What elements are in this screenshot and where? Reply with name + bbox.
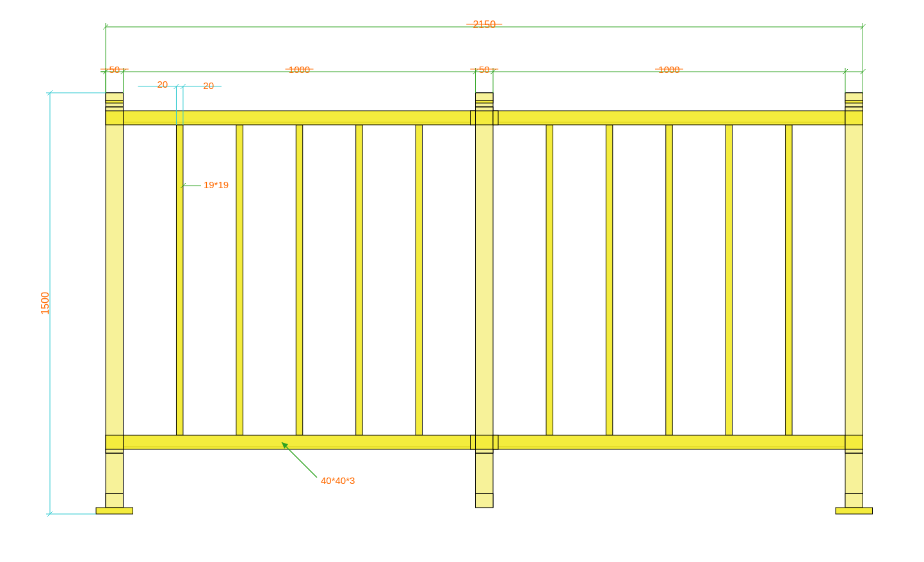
svg-rect-3 <box>356 125 362 435</box>
svg-rect-9 <box>786 125 792 435</box>
callout-rail-section: 40*40*3 <box>321 475 355 486</box>
dim-total-width: 2150 <box>473 19 496 30</box>
svg-rect-27 <box>476 93 494 100</box>
svg-rect-48 <box>836 508 873 514</box>
svg-rect-49 <box>471 111 476 125</box>
svg-rect-21 <box>106 449 124 453</box>
svg-rect-32 <box>476 435 494 449</box>
svg-rect-1 <box>236 125 243 435</box>
svg-rect-16 <box>106 100 124 103</box>
svg-rect-44 <box>845 449 863 453</box>
svg-rect-25 <box>96 508 133 514</box>
dim-bar-width: 20 <box>157 79 168 90</box>
svg-rect-29 <box>476 111 494 125</box>
dim-bar-20: 20 <box>203 80 214 91</box>
svg-rect-50 <box>493 111 498 125</box>
svg-rect-51 <box>471 435 476 449</box>
svg-rect-8 <box>725 125 732 435</box>
svg-rect-33 <box>476 449 494 453</box>
svg-rect-41 <box>845 107 863 111</box>
svg-rect-35 <box>476 494 494 508</box>
svg-rect-30 <box>476 107 494 111</box>
svg-rect-23 <box>106 494 124 508</box>
svg-rect-5 <box>546 125 553 435</box>
svg-rect-4 <box>416 125 422 435</box>
svg-rect-18 <box>106 107 124 111</box>
svg-rect-39 <box>845 100 863 103</box>
svg-rect-15 <box>106 93 124 100</box>
svg-rect-20 <box>106 435 124 449</box>
svg-rect-0 <box>176 125 182 435</box>
svg-rect-7 <box>666 125 672 435</box>
svg-rect-38 <box>845 93 863 100</box>
svg-rect-6 <box>606 125 612 435</box>
svg-rect-46 <box>845 494 863 508</box>
svg-rect-2 <box>296 125 302 435</box>
svg-rect-52 <box>493 435 498 449</box>
svg-rect-40 <box>845 111 863 125</box>
svg-rect-43 <box>845 435 863 449</box>
dim-height-1500: 1500 <box>40 292 51 315</box>
svg-rect-28 <box>476 100 494 103</box>
railing-diagram: 2150501000501000202019*19150040*40*3 <box>0 0 924 562</box>
svg-rect-17 <box>106 111 124 125</box>
callout-bar-section: 19*19 <box>204 179 229 190</box>
